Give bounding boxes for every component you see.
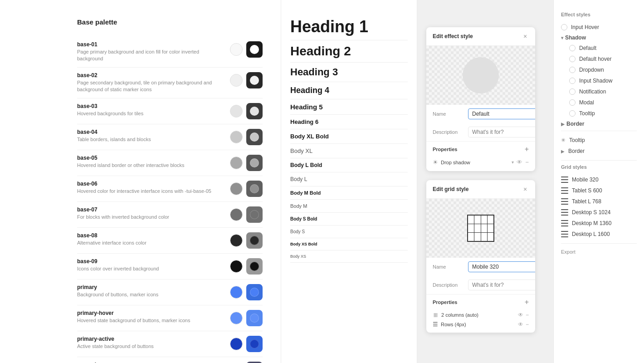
grid-desc-label: Description [433, 282, 464, 288]
grid-props-header: Properties + [433, 298, 529, 306]
palette-row-base-05: base-05 Hovered island border or other i… [77, 150, 263, 176]
effect-preview [426, 46, 535, 105]
shadow-remove-button[interactable]: − [525, 159, 529, 166]
effect-desc-input[interactable] [468, 127, 535, 137]
type-row-type-body-s-bold: Body S Bold [290, 213, 408, 226]
shadow-notification-item[interactable]: Notification [569, 86, 637, 97]
swatch-dark-inner-base-09 [250, 262, 259, 271]
palette-row-base-04: base-04 Table borders, islands and block… [77, 124, 263, 150]
palette-desc-base-06: Hovered color for interactive interface … [77, 188, 218, 195]
shadow-default-hover-item[interactable]: Default hover [569, 54, 637, 64]
shadow-dropdown-item[interactable]: Dropdown [569, 64, 637, 75]
grid-style-Desktop-L-1600[interactable]: Desktop L 1600 [561, 229, 637, 240]
gl2 [561, 223, 568, 224]
effect-props-header: Properties + [433, 145, 529, 153]
shadow-group[interactable]: ▾ Shadow [561, 34, 637, 41]
rows-actions: 👁 − [518, 321, 529, 328]
swatch-dark-bg-primary-active [246, 336, 263, 352]
swatch-dark-inner-primary-active [250, 339, 259, 348]
grid-style-Tablet-L-768[interactable]: Tablet L 768 [561, 196, 637, 207]
palette-row-base-08: base-08 Alternative interface icons colo… [77, 228, 263, 254]
gl2 [561, 201, 568, 202]
swatch-light-base-03 [230, 105, 243, 118]
shadow-input-label: Input Shadow [579, 78, 612, 84]
grid-style-label-Desktop L 1600: Desktop L 1600 [572, 231, 610, 237]
rows-remove-button[interactable]: − [526, 321, 529, 328]
palette-swatches-base-09 [225, 258, 263, 275]
palette-swatches-secondary [225, 362, 263, 363]
close-grid-button[interactable]: × [522, 186, 529, 193]
palette-info-primary-active: primary-active Active state background o… [77, 336, 225, 350]
add-effect-button[interactable]: + [525, 145, 529, 153]
columns-visible-button[interactable]: 👁 [518, 312, 523, 318]
swatch-light-base-02 [230, 74, 243, 87]
shadow-default-item[interactable]: Default [569, 43, 637, 54]
columns-remove-button[interactable]: − [526, 312, 529, 318]
grid-desc-field: Description [426, 276, 535, 294]
shadow-tooltip-radio[interactable] [569, 110, 576, 117]
palette-desc-primary-hover: Hovered state background of buttons, mar… [77, 317, 218, 324]
shadow-input-radio[interactable] [569, 78, 576, 84]
swatch-dark-inner-base-02 [250, 76, 259, 85]
tooltip-icon: ✳ [561, 137, 566, 143]
effect-desc-field: Description [426, 123, 535, 141]
palette-desc-primary-active: Active state background of buttons [77, 343, 218, 350]
grid-style-label-Desktop M 1360: Desktop M 1360 [572, 220, 611, 226]
palette-name-primary-active: primary-active [77, 336, 225, 342]
gl3 [561, 215, 568, 216]
grid-styles-title: Grid styles [561, 164, 637, 170]
shadow-input-item[interactable]: Input Shadow [569, 75, 637, 86]
swatch-dark-bg-base-04 [246, 129, 263, 145]
divider [561, 131, 637, 131]
add-grid-prop-button[interactable]: + [525, 298, 529, 306]
palette-info-base-06: base-06 Hovered color for interactive in… [77, 181, 225, 195]
grid-style-Mobile-320[interactable]: Mobile 320 [561, 174, 637, 185]
grid-style-Desktop-M-1360[interactable]: Desktop M 1360 [561, 218, 637, 229]
swatch-dark-bg-base-02 [246, 72, 263, 88]
swatch-light-base-01 [230, 43, 243, 56]
grid-style-label-Tablet S 600: Tablet S 600 [572, 187, 602, 194]
palette-desc-primary: Background of buttons, marker icons [77, 291, 218, 298]
palette-info-base-08: base-08 Alternative interface icons colo… [77, 232, 225, 246]
palette-info-primary-hover: primary-hover Hovered state background o… [77, 310, 225, 324]
shadow-dropdown-radio[interactable] [569, 67, 576, 73]
effect-name-field: Name [426, 105, 535, 123]
shadow-default-radio[interactable] [569, 45, 576, 51]
gl1 [561, 209, 568, 210]
palette-row-base-06: base-06 Hovered color for interactive in… [77, 176, 263, 202]
close-effect-button[interactable]: × [522, 33, 529, 40]
border-group[interactable]: ▶ Border [561, 121, 637, 127]
shadow-group-label: Shadow [565, 34, 586, 41]
shadow-tooltip-item[interactable]: Tooltip [569, 108, 637, 119]
effect-desc-label: Description [433, 129, 464, 135]
grid-style-Tablet-S-600[interactable]: Tablet S 600 [561, 185, 637, 196]
gl2 [561, 212, 568, 213]
shadow-modal-radio[interactable] [569, 99, 576, 106]
effect-preview-circle [463, 57, 499, 93]
grid-style-label-Desktop S 1024: Desktop S 1024 [572, 209, 610, 216]
palette-name-base-01: base-01 [77, 41, 225, 48]
input-hover-item[interactable]: Input Hover [561, 22, 637, 33]
grid-style-Desktop-S-1024[interactable]: Desktop S 1024 [561, 207, 637, 218]
shadow-notification-radio[interactable] [569, 88, 576, 95]
shadow-default-hover-radio[interactable] [569, 56, 576, 62]
tooltip-item-lower[interactable]: ✳ Tooltip [561, 135, 637, 146]
grid-desc-input[interactable] [468, 280, 535, 290]
input-hover-radio[interactable] [561, 24, 567, 30]
swatch-dark-bg-base-08 [246, 232, 263, 249]
border-item[interactable]: ▶ Border [561, 146, 637, 157]
effect-name-input[interactable] [468, 108, 535, 119]
grid-name-input[interactable] [468, 261, 535, 272]
rows-visible-button[interactable]: 👁 [518, 321, 523, 328]
shadow-modal-item[interactable]: Modal [569, 97, 637, 108]
swatch-dark-inner-base-05 [250, 158, 259, 167]
palette-row-primary-active: primary-active Active state background o… [77, 331, 263, 357]
palette-name-primary-hover: primary-hover [77, 310, 225, 316]
grid-rows-row: ☰ Rows (4px) 👁 − [433, 319, 529, 329]
shadow-dropdown-label: Dropdown [579, 67, 604, 73]
gl1 [561, 198, 568, 199]
grid-columns-row: ⫼ 2 columns (auto) 👁 − [433, 310, 529, 319]
grid-cell [481, 216, 487, 224]
shadow-visible-button[interactable]: 👁 [517, 159, 522, 166]
right-styles-panel: Effect styles Input Hover ▾ Shadow Defau… [553, 0, 644, 363]
